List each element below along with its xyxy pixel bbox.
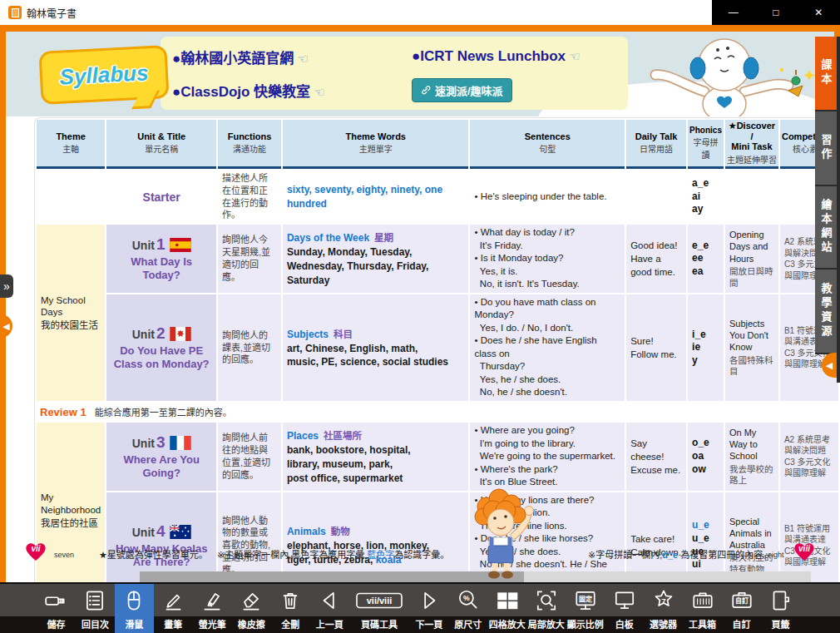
table-row-unit2: Unit2 Do You Have PE Class on Monday? 詢問… [37, 294, 838, 401]
tool-pen[interactable]: 畫筆 [154, 584, 193, 633]
footnote-right: ※字母拼讀一欄內,u_e 為複習第四冊的內容。 [588, 547, 772, 561]
tool-label: 選號器 [650, 616, 677, 633]
page-word-left: seven [54, 551, 74, 559]
header-links-box: ●翰林國小英語官網☜ ●ICRT News Lunchbox☜ ●ClassDo… [161, 37, 628, 110]
tab-picturebook-site[interactable]: 繪本網站 [815, 186, 837, 270]
side-tabs: 課本 習作 繪本網站 教學資源 [815, 37, 837, 354]
close-button[interactable]: ✕ [802, 7, 835, 18]
table-row-review1: Review 1能綜合應用第一至第二課的內容。 [37, 403, 838, 421]
highlighter-icon [200, 584, 225, 616]
tool-custom[interactable]: 自訂自訂 [722, 584, 761, 633]
left-panel-toggle[interactable]: » [0, 274, 13, 298]
svg-text:固定: 固定 [579, 594, 592, 602]
tool-page-indicator[interactable]: vii/viii頁碼工具 [349, 584, 410, 633]
hand-pointer-icon: ☜ [569, 49, 580, 63]
tool-original-size[interactable]: %原尺寸 [448, 584, 487, 633]
footnote-left: ★星號處為彈性學習單元。 ※主題單字一欄內,黑色字為應用字彙,藍色字為認識字彙。 [99, 547, 449, 561]
eraser-icon [239, 584, 264, 616]
link-classdojo[interactable]: ●ClassDojo 快樂教室☜ [172, 80, 412, 101]
tool-page-tabs[interactable]: 頁籤 [761, 584, 800, 633]
discover-cell: Opening Days and Hours開放日與時間 [725, 225, 778, 293]
page-indicator-icon: vii/viii [355, 584, 403, 616]
phonics-cell: i_e ie y [688, 294, 724, 401]
functions-cell: 詢問他人前往的地點與位置,並適切的回應。 [218, 423, 281, 491]
tool-label: 原尺寸 [454, 616, 482, 633]
app-icon [8, 6, 22, 19]
functions-cell: 詢問他人的課表,並適切的回應。 [218, 294, 281, 401]
toc-icon [82, 584, 107, 616]
col-header-theme-words: Theme Words主題單字 [283, 120, 469, 169]
tool-save[interactable]: 儲存 [37, 584, 76, 633]
quiz-link-button[interactable]: 速測派/趣味派 [412, 78, 512, 102]
syllabus-logo: Syllabus [38, 45, 169, 105]
horizontal-scrollbar-track[interactable] [524, 571, 811, 582]
tool-next-page[interactable]: 下一頁 [409, 584, 448, 633]
link-icrt-news-lunchbox[interactable]: ●ICRT News Lunchbox☜ [412, 48, 628, 65]
tool-label: 頁碼工具 [361, 616, 398, 633]
table-header-row: Theme主軸 Unit & Title單元名稱 Functions溝通功能 T… [37, 120, 838, 169]
france-flag-icon [167, 436, 191, 450]
tool-region-zoom[interactable]: 局部放大 [526, 584, 566, 633]
tab-workbook[interactable]: 習作 [815, 111, 837, 186]
table-row-starter: Starter 描述他人所在位置和正在進行的動作。 sixty, seventy… [37, 171, 838, 223]
daily-talk-cell: Sure! Follow me. [626, 294, 686, 401]
phonics-cell: e_e ee ea [688, 225, 724, 293]
theme-words-cell: Days of the Week星期 Sunday, Monday, Tuesd… [283, 225, 469, 293]
col-header-sentences: Sentences句型 [470, 120, 625, 169]
col-header-daily-talk: Daily Talk日常用語 [626, 120, 686, 169]
tool-label: 上一頁 [316, 616, 343, 633]
zoom-percent-icon: % [456, 584, 481, 616]
tool-toc[interactable]: 回目次 [76, 584, 115, 633]
tool-prev-page[interactable]: 上一頁 [310, 584, 349, 633]
tab-strip [837, 37, 840, 383]
unit-title-cell: Starter [106, 171, 216, 223]
tool-label: 滑鼠 [125, 616, 143, 633]
tool-eraser[interactable]: 橡皮擦 [232, 584, 271, 633]
tool-label: 回目次 [82, 616, 109, 633]
tab-teaching-resources[interactable]: 教學資源 [815, 270, 837, 354]
ebook-app-window: 翰林電子書 — □ ✕ Syllabus ●翰林國小英語官網☜ ●ICRT Ne… [0, 0, 840, 633]
table-row-unit3: My Neighborhood我居住的社區 Unit3 Where Are Yo… [37, 423, 838, 491]
svg-text:7: 7 [661, 596, 665, 605]
region-zoom-icon [534, 584, 559, 616]
link-hanlin-english-site[interactable]: ●翰林國小英語官網☜ [172, 47, 412, 67]
display-ratio-icon: 固定 [573, 584, 598, 616]
custom-icon: 自訂 [729, 584, 754, 616]
tool-display-ratio[interactable]: 固定顯示比例 [566, 584, 605, 633]
tool-mouse[interactable]: 滑鼠 [115, 584, 154, 633]
daily-talk-cell: Good idea! Have a good time. [626, 225, 686, 293]
tool-label: 儲存 [47, 616, 65, 633]
hand-pointer-icon: ☜ [297, 52, 308, 66]
page-footer: vii seven ★星號處為彈性學習單元。 ※主題單字一欄內,黑色字為應用字彙… [6, 539, 834, 569]
functions-cell: 詢問他人今天星期幾,並適切的回應。 [218, 225, 281, 293]
save-icon [43, 584, 68, 616]
discover-cell: On My Way to School我去學校的路上 [725, 423, 778, 491]
unit-title-cell: Unit1 What Day Is Today? [106, 225, 216, 293]
window-controls: — □ ✕ [712, 0, 840, 25]
maximize-button[interactable]: □ [759, 7, 793, 18]
page-number-heart-left: vii [22, 539, 49, 562]
tool-label: 局部放大 [528, 616, 565, 633]
col-header-phonics: Phonics字母拼讀 [688, 120, 724, 169]
title-bar: 翰林電子書 — □ ✕ [0, 0, 840, 26]
col-header-functions: Functions溝通功能 [218, 120, 281, 169]
spain-flag-icon [167, 238, 191, 252]
mascot-alien [625, 33, 818, 116]
page-number-heart-right: viii [791, 539, 818, 562]
pen-icon [161, 584, 185, 616]
tab-textbook[interactable]: 課本 [815, 37, 837, 111]
svg-text:自訂: 自訂 [734, 596, 748, 605]
tool-toolbox[interactable]: 工具箱 [683, 584, 722, 633]
tool-label: 螢光筆 [199, 616, 226, 633]
tool-number-picker[interactable]: 7選號器 [644, 584, 683, 633]
tool-whiteboard[interactable]: 白板 [605, 584, 644, 633]
page-word-right: eight [768, 551, 784, 559]
tool-highlighter[interactable]: 螢光筆 [193, 584, 232, 633]
review-cell: Review 1能綜合應用第一至第二課的內容。 [37, 403, 838, 421]
tool-four-grid-zoom[interactable]: 四格放大 [487, 584, 526, 633]
toolbox-icon [690, 584, 715, 616]
phonics-cell: o_e oa ow [688, 423, 724, 491]
daily-talk-cell [626, 171, 686, 223]
minimize-button[interactable]: — [717, 7, 750, 18]
tool-delete-all[interactable]: 全刪 [271, 584, 310, 633]
